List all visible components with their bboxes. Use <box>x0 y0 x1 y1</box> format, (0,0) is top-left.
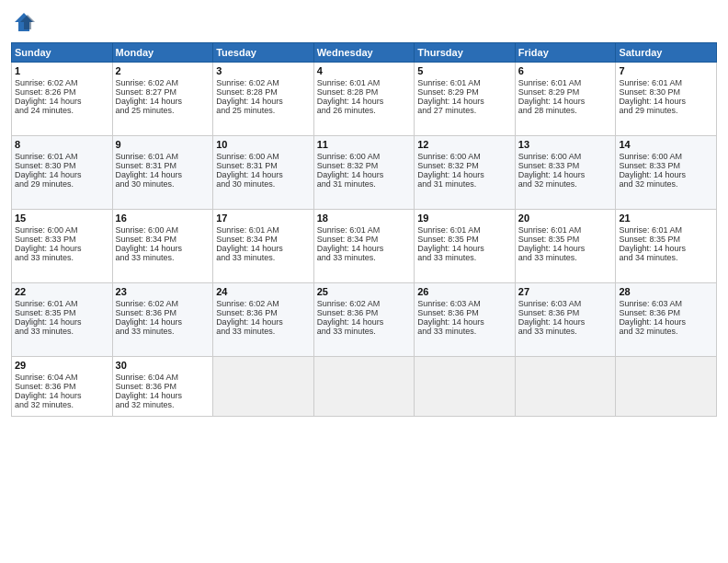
cell-text-line: Sunrise: 6:03 AM <box>518 299 613 308</box>
cell-text-line: Daylight: 14 hours <box>216 317 311 327</box>
cell-text-line: and 32 minutes. <box>518 179 613 189</box>
calendar-cell: 13Sunrise: 6:00 AMSunset: 8:33 PMDayligh… <box>515 136 616 210</box>
cell-text-line: Sunrise: 6:01 AM <box>518 78 613 87</box>
cell-text-line: Sunrise: 6:02 AM <box>216 78 311 87</box>
cell-text-line: Sunrise: 6:01 AM <box>15 299 109 308</box>
cell-text-line: Sunset: 8:36 PM <box>619 308 713 317</box>
cell-text-line: and 26 minutes. <box>317 106 412 115</box>
cell-text-line: Sunrise: 6:02 AM <box>317 299 412 308</box>
calendar-header-row: SundayMondayTuesdayWednesdayThursdayFrid… <box>12 43 717 63</box>
cell-text-line: Sunrise: 6:00 AM <box>518 152 613 161</box>
calendar-week-row: 29Sunrise: 6:04 AMSunset: 8:36 PMDayligh… <box>12 357 717 417</box>
calendar-cell <box>415 357 516 417</box>
day-number: 2 <box>116 65 210 76</box>
cell-text-line: Sunrise: 6:00 AM <box>216 152 311 161</box>
cell-text-line: Sunrise: 6:00 AM <box>116 225 210 235</box>
day-number: 20 <box>518 213 613 224</box>
day-number: 30 <box>116 360 210 371</box>
cell-text-line: Sunrise: 6:00 AM <box>15 225 109 235</box>
cell-text-line: Sunset: 8:36 PM <box>116 382 210 391</box>
cell-text-line: Sunset: 8:31 PM <box>216 161 311 170</box>
cell-text-line: Sunset: 8:35 PM <box>417 235 512 244</box>
header-area <box>11 9 717 35</box>
cell-text-line: Sunrise: 6:04 AM <box>116 373 210 382</box>
day-number: 28 <box>619 286 713 297</box>
cell-text-line: Daylight: 14 hours <box>15 97 109 106</box>
cell-text-line: Daylight: 14 hours <box>116 170 210 179</box>
day-number: 5 <box>417 65 512 76</box>
weekday-header: Sunday <box>12 43 113 63</box>
day-number: 4 <box>317 65 412 76</box>
cell-text-line: Sunrise: 6:03 AM <box>417 299 512 308</box>
day-number: 11 <box>317 139 412 150</box>
cell-text-line: and 32 minutes. <box>619 179 713 189</box>
cell-text-line: Sunrise: 6:00 AM <box>619 152 713 161</box>
cell-text-line: Sunrise: 6:01 AM <box>619 78 713 87</box>
cell-text-line: and 33 minutes. <box>116 327 210 336</box>
cell-text-line: Sunset: 8:31 PM <box>116 161 210 170</box>
cell-text-line: and 29 minutes. <box>15 179 109 189</box>
cell-text-line: and 28 minutes. <box>518 106 613 115</box>
cell-text-line: and 32 minutes. <box>619 327 713 336</box>
calendar-cell: 20Sunrise: 6:01 AMSunset: 8:35 PMDayligh… <box>515 210 616 283</box>
cell-text-line: and 27 minutes. <box>417 106 512 115</box>
day-number: 17 <box>216 213 311 224</box>
weekday-header: Friday <box>515 43 616 63</box>
calendar-cell: 30Sunrise: 6:04 AMSunset: 8:36 PMDayligh… <box>112 357 213 417</box>
cell-text-line: Sunset: 8:34 PM <box>116 235 210 244</box>
cell-text-line: and 33 minutes. <box>417 253 512 262</box>
day-number: 6 <box>518 65 613 76</box>
cell-text-line: and 32 minutes. <box>116 400 210 409</box>
cell-text-line: Sunset: 8:29 PM <box>518 87 613 97</box>
cell-text-line: and 33 minutes. <box>518 327 613 336</box>
cell-text-line: and 33 minutes. <box>317 253 412 262</box>
cell-text-line: and 24 minutes. <box>15 106 109 115</box>
cell-text-line: and 33 minutes. <box>15 253 109 262</box>
cell-text-line: Daylight: 14 hours <box>317 97 412 106</box>
calendar-cell: 26Sunrise: 6:03 AMSunset: 8:36 PMDayligh… <box>415 283 516 357</box>
logo-icon <box>11 9 37 35</box>
cell-text-line: Daylight: 14 hours <box>619 170 713 179</box>
cell-text-line: Sunset: 8:36 PM <box>216 308 311 317</box>
day-number: 3 <box>216 65 311 76</box>
calendar-cell: 9Sunrise: 6:01 AMSunset: 8:31 PMDaylight… <box>112 136 213 210</box>
cell-text-line: Sunset: 8:35 PM <box>15 308 109 317</box>
day-number: 8 <box>15 139 109 150</box>
cell-text-line: and 32 minutes. <box>15 400 109 409</box>
day-number: 9 <box>116 139 210 150</box>
cell-text-line: Daylight: 14 hours <box>518 244 613 253</box>
cell-text-line: Daylight: 14 hours <box>15 391 109 400</box>
cell-text-line: Sunrise: 6:02 AM <box>116 299 210 308</box>
cell-text-line: and 30 minutes. <box>216 179 311 189</box>
cell-text-line: Sunrise: 6:02 AM <box>15 78 109 87</box>
cell-text-line: Daylight: 14 hours <box>116 244 210 253</box>
calendar-cell <box>515 357 616 417</box>
cell-text-line: and 33 minutes. <box>317 327 412 336</box>
calendar-week-row: 22Sunrise: 6:01 AMSunset: 8:35 PMDayligh… <box>12 283 717 357</box>
cell-text-line: and 33 minutes. <box>417 327 512 336</box>
calendar-cell: 14Sunrise: 6:00 AMSunset: 8:33 PMDayligh… <box>616 136 717 210</box>
calendar-cell: 16Sunrise: 6:00 AMSunset: 8:34 PMDayligh… <box>112 210 213 283</box>
cell-text-line: Daylight: 14 hours <box>116 97 210 106</box>
calendar-cell <box>313 357 415 417</box>
cell-text-line: Sunrise: 6:03 AM <box>619 299 713 308</box>
cell-text-line: Sunrise: 6:02 AM <box>116 78 210 87</box>
day-number: 22 <box>15 286 109 297</box>
cell-text-line: Sunset: 8:36 PM <box>518 308 613 317</box>
calendar-cell: 5Sunrise: 6:01 AMSunset: 8:29 PMDaylight… <box>415 63 516 136</box>
cell-text-line: and 31 minutes. <box>317 179 412 189</box>
day-number: 15 <box>15 213 109 224</box>
cell-text-line: Sunset: 8:36 PM <box>417 308 512 317</box>
weekday-header: Monday <box>112 43 213 63</box>
cell-text-line: Sunrise: 6:01 AM <box>417 225 512 235</box>
calendar-cell: 24Sunrise: 6:02 AMSunset: 8:36 PMDayligh… <box>213 283 314 357</box>
cell-text-line: and 29 minutes. <box>619 106 713 115</box>
weekday-header: Tuesday <box>213 43 314 63</box>
day-number: 1 <box>15 65 109 76</box>
cell-text-line: and 33 minutes. <box>216 327 311 336</box>
cell-text-line: Sunrise: 6:01 AM <box>116 152 210 161</box>
cell-text-line: Sunset: 8:28 PM <box>317 87 412 97</box>
cell-text-line: and 34 minutes. <box>619 253 713 262</box>
cell-text-line: Sunrise: 6:02 AM <box>216 299 311 308</box>
cell-text-line: and 33 minutes. <box>518 253 613 262</box>
